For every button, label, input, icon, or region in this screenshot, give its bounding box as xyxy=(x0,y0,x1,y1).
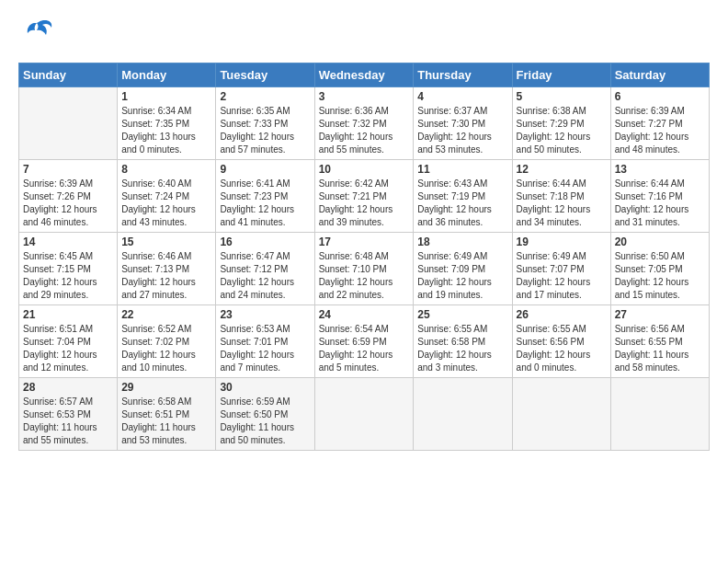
calendar-cell: 27Sunrise: 6:56 AM Sunset: 6:55 PM Dayli… xyxy=(610,305,709,378)
day-info: Sunrise: 6:44 AM Sunset: 7:16 PM Dayligh… xyxy=(615,178,705,229)
calendar-cell: 28Sunrise: 6:57 AM Sunset: 6:53 PM Dayli… xyxy=(19,378,118,451)
day-number: 4 xyxy=(417,90,507,103)
day-number: 17 xyxy=(319,236,410,248)
weekday-header-thursday: Thursday xyxy=(414,63,512,87)
calendar-cell: 30Sunrise: 6:59 AM Sunset: 6:50 PM Dayli… xyxy=(216,378,314,451)
calendar-cell: 17Sunrise: 6:48 AM Sunset: 7:10 PM Dayli… xyxy=(314,233,414,305)
weekday-header-friday: Friday xyxy=(512,63,610,87)
weekday-header-wednesday: Wednesday xyxy=(314,63,414,87)
calendar-cell: 10Sunrise: 6:42 AM Sunset: 7:21 PM Dayli… xyxy=(314,160,414,233)
day-number: 5 xyxy=(517,90,607,103)
day-info: Sunrise: 6:39 AM Sunset: 7:27 PM Dayligh… xyxy=(615,105,705,156)
week-row-5: 28Sunrise: 6:57 AM Sunset: 6:53 PM Dayli… xyxy=(19,378,710,451)
calendar-cell: 13Sunrise: 6:44 AM Sunset: 7:16 PM Dayli… xyxy=(610,160,709,233)
day-info: Sunrise: 6:49 AM Sunset: 7:07 PM Dayligh… xyxy=(517,250,607,302)
day-number: 23 xyxy=(220,308,310,321)
calendar-cell: 23Sunrise: 6:53 AM Sunset: 7:01 PM Dayli… xyxy=(216,305,314,378)
day-info: Sunrise: 6:41 AM Sunset: 7:23 PM Dayligh… xyxy=(220,178,310,229)
page: SundayMondayTuesdayWednesdayThursdayFrid… xyxy=(0,0,728,563)
day-number: 30 xyxy=(220,381,310,394)
day-info: Sunrise: 6:45 AM Sunset: 7:15 PM Dayligh… xyxy=(23,250,113,302)
day-number: 29 xyxy=(121,381,211,394)
day-number: 8 xyxy=(121,163,211,176)
weekday-header-tuesday: Tuesday xyxy=(216,63,314,87)
day-number: 19 xyxy=(517,236,607,248)
day-number: 26 xyxy=(517,308,607,321)
calendar-cell: 19Sunrise: 6:49 AM Sunset: 7:07 PM Dayli… xyxy=(512,233,610,305)
calendar-cell: 6Sunrise: 6:39 AM Sunset: 7:27 PM Daylig… xyxy=(610,87,709,160)
day-info: Sunrise: 6:37 AM Sunset: 7:30 PM Dayligh… xyxy=(417,105,507,156)
day-info: Sunrise: 6:35 AM Sunset: 7:33 PM Dayligh… xyxy=(220,105,310,156)
day-number: 7 xyxy=(23,163,113,176)
day-number: 10 xyxy=(319,163,410,176)
calendar-cell: 12Sunrise: 6:44 AM Sunset: 7:18 PM Dayli… xyxy=(512,160,610,233)
day-number: 9 xyxy=(220,163,310,176)
day-info: Sunrise: 6:36 AM Sunset: 7:32 PM Dayligh… xyxy=(319,105,410,156)
calendar-cell xyxy=(512,378,610,451)
weekday-header-row: SundayMondayTuesdayWednesdayThursdayFrid… xyxy=(19,63,710,87)
calendar-cell: 22Sunrise: 6:52 AM Sunset: 7:02 PM Dayli… xyxy=(118,305,216,378)
logo xyxy=(18,15,63,55)
day-info: Sunrise: 6:51 AM Sunset: 7:04 PM Dayligh… xyxy=(23,323,113,374)
calendar-cell: 24Sunrise: 6:54 AM Sunset: 6:59 PM Dayli… xyxy=(314,305,414,378)
day-number: 12 xyxy=(517,163,607,176)
calendar-cell: 3Sunrise: 6:36 AM Sunset: 7:32 PM Daylig… xyxy=(314,87,414,160)
weekday-header-saturday: Saturday xyxy=(610,63,709,87)
day-info: Sunrise: 6:34 AM Sunset: 7:35 PM Dayligh… xyxy=(121,105,211,156)
calendar-cell: 29Sunrise: 6:58 AM Sunset: 6:51 PM Dayli… xyxy=(118,378,216,451)
calendar-cell xyxy=(414,378,512,451)
calendar-cell: 15Sunrise: 6:46 AM Sunset: 7:13 PM Dayli… xyxy=(118,233,216,305)
day-info: Sunrise: 6:39 AM Sunset: 7:26 PM Dayligh… xyxy=(23,178,113,229)
calendar-cell: 5Sunrise: 6:38 AM Sunset: 7:29 PM Daylig… xyxy=(512,87,610,160)
calendar-cell: 14Sunrise: 6:45 AM Sunset: 7:15 PM Dayli… xyxy=(19,233,118,305)
day-number: 20 xyxy=(615,236,705,248)
day-info: Sunrise: 6:58 AM Sunset: 6:51 PM Dayligh… xyxy=(121,396,211,447)
calendar-cell: 18Sunrise: 6:49 AM Sunset: 7:09 PM Dayli… xyxy=(414,233,512,305)
day-info: Sunrise: 6:53 AM Sunset: 7:01 PM Dayligh… xyxy=(220,323,310,374)
logo-icon xyxy=(18,15,59,55)
calendar-cell: 26Sunrise: 6:55 AM Sunset: 6:56 PM Dayli… xyxy=(512,305,610,378)
day-info: Sunrise: 6:42 AM Sunset: 7:21 PM Dayligh… xyxy=(319,178,410,229)
day-number: 3 xyxy=(319,90,410,103)
day-number: 14 xyxy=(23,236,113,248)
calendar-cell: 7Sunrise: 6:39 AM Sunset: 7:26 PM Daylig… xyxy=(19,160,118,233)
day-info: Sunrise: 6:59 AM Sunset: 6:50 PM Dayligh… xyxy=(220,396,310,447)
day-info: Sunrise: 6:43 AM Sunset: 7:19 PM Dayligh… xyxy=(417,178,507,229)
day-info: Sunrise: 6:47 AM Sunset: 7:12 PM Dayligh… xyxy=(220,250,310,302)
day-number: 2 xyxy=(220,90,310,103)
day-number: 11 xyxy=(417,163,507,176)
day-number: 28 xyxy=(23,381,113,394)
day-info: Sunrise: 6:55 AM Sunset: 6:56 PM Dayligh… xyxy=(517,323,607,374)
calendar-cell: 16Sunrise: 6:47 AM Sunset: 7:12 PM Dayli… xyxy=(216,233,314,305)
calendar-cell: 25Sunrise: 6:55 AM Sunset: 6:58 PM Dayli… xyxy=(414,305,512,378)
day-number: 24 xyxy=(319,308,410,321)
week-row-4: 21Sunrise: 6:51 AM Sunset: 7:04 PM Dayli… xyxy=(19,305,710,378)
day-number: 18 xyxy=(417,236,507,248)
day-number: 22 xyxy=(121,308,211,321)
week-row-1: 1Sunrise: 6:34 AM Sunset: 7:35 PM Daylig… xyxy=(19,87,710,160)
day-info: Sunrise: 6:55 AM Sunset: 6:58 PM Dayligh… xyxy=(417,323,507,374)
calendar-cell xyxy=(610,378,709,451)
calendar-cell: 20Sunrise: 6:50 AM Sunset: 7:05 PM Dayli… xyxy=(610,233,709,305)
day-number: 27 xyxy=(615,308,705,321)
calendar-cell xyxy=(19,87,118,160)
day-info: Sunrise: 6:54 AM Sunset: 6:59 PM Dayligh… xyxy=(319,323,410,374)
day-info: Sunrise: 6:49 AM Sunset: 7:09 PM Dayligh… xyxy=(417,250,507,302)
day-number: 1 xyxy=(121,90,211,103)
day-info: Sunrise: 6:44 AM Sunset: 7:18 PM Dayligh… xyxy=(517,178,607,229)
day-number: 13 xyxy=(615,163,705,176)
calendar-table: SundayMondayTuesdayWednesdayThursdayFrid… xyxy=(18,63,710,451)
calendar-cell: 2Sunrise: 6:35 AM Sunset: 7:33 PM Daylig… xyxy=(216,87,314,160)
day-info: Sunrise: 6:48 AM Sunset: 7:10 PM Dayligh… xyxy=(319,250,410,302)
day-number: 16 xyxy=(220,236,310,248)
day-number: 6 xyxy=(615,90,705,103)
calendar-cell xyxy=(314,378,414,451)
day-number: 15 xyxy=(121,236,211,248)
week-row-2: 7Sunrise: 6:39 AM Sunset: 7:26 PM Daylig… xyxy=(19,160,710,233)
day-info: Sunrise: 6:50 AM Sunset: 7:05 PM Dayligh… xyxy=(615,250,705,302)
calendar-cell: 21Sunrise: 6:51 AM Sunset: 7:04 PM Dayli… xyxy=(19,305,118,378)
calendar-cell: 8Sunrise: 6:40 AM Sunset: 7:24 PM Daylig… xyxy=(118,160,216,233)
day-info: Sunrise: 6:52 AM Sunset: 7:02 PM Dayligh… xyxy=(121,323,211,374)
calendar-cell: 4Sunrise: 6:37 AM Sunset: 7:30 PM Daylig… xyxy=(414,87,512,160)
day-info: Sunrise: 6:57 AM Sunset: 6:53 PM Dayligh… xyxy=(23,396,113,447)
